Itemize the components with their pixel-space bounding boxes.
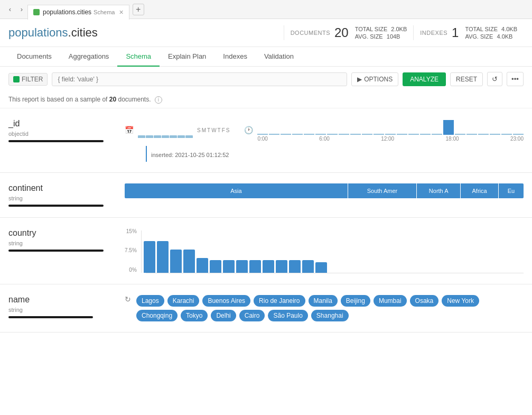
indexes-label: INDEXES (420, 30, 447, 36)
filter-input[interactable] (52, 72, 347, 86)
field-country-header: country string 15% 7.5% 0% (8, 228, 524, 273)
tab-aggregations[interactable]: Aggregations (60, 47, 118, 67)
continent-north-label: North A (429, 188, 449, 194)
nav-tabs: Documents Aggregations Schema Explain Pl… (0, 47, 532, 67)
continent-south-label: South Amer (367, 188, 397, 194)
y-label-15: 15% (125, 228, 137, 234)
tab-close-button[interactable]: × (119, 8, 123, 16)
name-tag-mumbai[interactable]: Mumbai (374, 295, 407, 307)
continent-south-america[interactable]: South Amer (348, 183, 416, 198)
continent-europe[interactable]: Eu (499, 183, 524, 198)
tab-explain-plan[interactable]: Explain Plan (160, 47, 214, 67)
chart-y-axis: 15% 7.5% 0% (125, 228, 140, 273)
more-options-button[interactable]: ••• (507, 72, 524, 86)
name-tag-tokyo[interactable]: Tokyo (181, 310, 208, 321)
info-icon[interactable]: i (155, 96, 162, 104)
more-icon: ••• (511, 75, 519, 83)
time-bar-6 (327, 134, 338, 135)
time-bar-11 (385, 134, 396, 135)
sample-notice: This report is based on a sample of 20 d… (0, 91, 532, 108)
name-tag-karachi[interactable]: Karachi (167, 295, 200, 307)
country-bar-13[interactable] (302, 260, 314, 273)
y-label-75: 7.5% (125, 247, 137, 253)
analyze-button[interactable]: ANALYZE (403, 72, 446, 86)
options-button[interactable]: ▶ OPTIONS (351, 72, 398, 86)
time-bar-18 (443, 120, 454, 135)
field-continent-viz: Asia South Amer North A Africa Eu (125, 183, 524, 198)
field-continent-bar (8, 205, 104, 207)
tab-validation[interactable]: Validation (256, 47, 302, 67)
time-18: 18:00 (446, 136, 459, 142)
country-bar-5[interactable] (197, 258, 208, 273)
id-visualization: 📅 S M T W T (125, 119, 524, 162)
continent-asia[interactable]: Asia (125, 183, 348, 198)
tab-documents[interactable]: Documents (8, 47, 60, 67)
time-bar-2 (281, 134, 291, 135)
documents-stat: DOCUMENTS 20 TOTAL SIZE 2.0KB AVG. SIZE … (284, 25, 414, 40)
tab-bar: ‹ › populations.cities Schema × + (0, 0, 532, 19)
time-bar-7 (339, 134, 349, 135)
tab-populations-cities[interactable]: populations.cities Schema × (27, 5, 129, 20)
inserted-marker (146, 146, 147, 162)
country-bar-2[interactable] (157, 241, 169, 273)
country-bar-1[interactable] (144, 241, 155, 273)
field-name-header: name string ↻ Lagos Karachi Buenos Aires… (8, 295, 524, 321)
name-tag-cairo[interactable]: Cairo (239, 310, 265, 321)
country-chart-container: 15% 7.5% 0% (125, 228, 524, 273)
index-total-size-label: TOTAL SIZE (465, 26, 498, 32)
refresh-icon[interactable]: ↻ (125, 295, 131, 303)
field-section-country: country string 15% 7.5% 0% (0, 218, 532, 284)
field-id-name: _id (8, 119, 114, 128)
name-tag-osaka[interactable]: Osaka (410, 295, 439, 307)
field-section-name: name string ↻ Lagos Karachi Buenos Aires… (0, 284, 532, 333)
name-tag-sao-paulo[interactable]: São Paulo (268, 310, 307, 321)
filter-badge: FILTER (8, 73, 48, 86)
field-name-type: string (8, 307, 114, 313)
sample-text-1: This report is based on a sample of (8, 96, 109, 103)
size-stats: TOTAL SIZE 2.0KB AVG. SIZE 104B (353, 26, 407, 40)
country-bar-14[interactable] (315, 262, 327, 273)
name-tag-rio[interactable]: Rio de Janeiro (254, 295, 305, 307)
continent-africa-label: Africa (472, 188, 487, 194)
day-s2: S (226, 127, 230, 133)
day-w: W (211, 127, 216, 133)
continent-eu-label: Eu (508, 188, 515, 194)
name-tag-chongqing[interactable]: Chongqing (136, 310, 178, 321)
time-bar-14 (420, 134, 431, 135)
bar-s (138, 135, 145, 138)
tab-indexes[interactable]: Indexes (214, 47, 256, 67)
tab-add-button[interactable]: + (133, 4, 144, 15)
indexes-stat: INDEXES 1 TOTAL SIZE 4.0KB AVG. SIZE 4.0… (413, 25, 524, 40)
country-bar-7[interactable] (223, 260, 235, 273)
continent-bar: Asia South Amer North A Africa Eu (125, 183, 524, 198)
total-size-value: 2.0KB (391, 26, 407, 32)
name-tag-new-york[interactable]: New York (442, 295, 479, 307)
field-country-info: country string (8, 228, 114, 252)
bar-th (170, 135, 177, 138)
country-bar-12[interactable] (289, 260, 301, 273)
index-size-stats: TOTAL SIZE 4.0KB AVG. SIZE 4.0KB (463, 26, 517, 40)
country-bar-11[interactable] (276, 260, 287, 273)
name-tag-beijing[interactable]: Beijing (341, 295, 370, 307)
name-tag-lagos[interactable]: Lagos (136, 295, 164, 307)
country-bar-4[interactable] (183, 250, 195, 273)
inserted-label: inserted: 2021-10-25 01:12:52 (151, 152, 229, 158)
nav-next-button[interactable]: › (16, 4, 27, 15)
country-bar-10[interactable] (263, 260, 274, 273)
tab-schema[interactable]: Schema (117, 47, 160, 67)
index-avg-size-label: AVG. SIZE (465, 33, 493, 40)
index-avg-size-value: 4.0KB (497, 33, 512, 40)
country-bar-8[interactable] (236, 260, 248, 273)
name-tag-manila[interactable]: Manila (309, 295, 338, 307)
reset-button[interactable]: RESET (450, 72, 483, 86)
country-bar-9[interactable] (249, 260, 261, 273)
name-tag-shanghai[interactable]: Shanghai (311, 310, 349, 321)
continent-north-america[interactable]: North A (417, 183, 460, 198)
country-bar-3[interactable] (170, 250, 182, 273)
country-bar-6[interactable] (210, 260, 221, 273)
nav-prev-button[interactable]: ‹ (4, 4, 16, 15)
continent-africa[interactable]: Africa (461, 183, 498, 198)
history-button[interactable]: ↺ (487, 72, 502, 86)
name-tag-buenos-aires[interactable]: Buenos Aires (202, 295, 250, 307)
name-tag-delhi[interactable]: Delhi (211, 310, 236, 321)
